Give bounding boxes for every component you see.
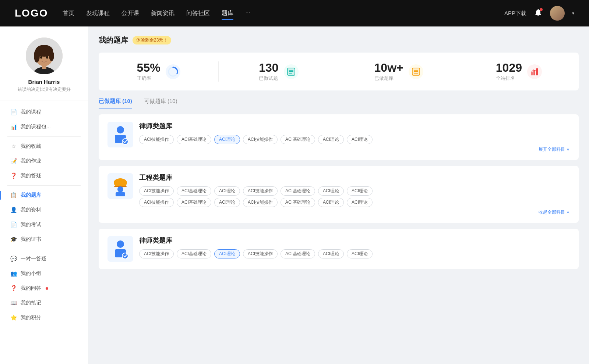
accuracy-label: 正确率 bbox=[137, 75, 161, 82]
eng-tag-6[interactable]: ACI理论 bbox=[318, 186, 344, 196]
l2-tag-6[interactable]: ACI理论 bbox=[318, 249, 344, 258]
done-questions-icon bbox=[284, 64, 299, 79]
eng-tag-8[interactable]: ACI技能操作 bbox=[139, 198, 174, 207]
eng-tag-12[interactable]: ACI基础理论 bbox=[281, 198, 315, 207]
groups-label: 我的小组 bbox=[21, 270, 41, 277]
user-name: Brian Harris bbox=[28, 79, 60, 85]
eng-tag-4[interactable]: ACI技能操作 bbox=[243, 186, 278, 196]
nav-home[interactable]: 首页 bbox=[63, 8, 74, 19]
svg-rect-20 bbox=[531, 72, 533, 75]
avatar[interactable] bbox=[550, 6, 565, 21]
tag-aci-theory-1[interactable]: ACI理论 bbox=[318, 135, 344, 144]
qbank-label: 我的题库 bbox=[21, 192, 41, 199]
sidebar-item-my-qa[interactable]: ❓ 我的问答 bbox=[0, 281, 88, 296]
eng-tag-13[interactable]: ACI理论 bbox=[318, 198, 344, 207]
sidebar-item-one-on-one[interactable]: 💬 一对一答疑 bbox=[0, 251, 88, 266]
tag-aci-theory-active[interactable]: ACI理论 bbox=[214, 135, 240, 144]
eng-tag-10[interactable]: ACI理论 bbox=[214, 198, 240, 207]
nav-qa[interactable]: 问答社区 bbox=[186, 8, 210, 19]
qbank-card-lawyer-1: 律师类题库 ACI技能操作 ACI基础理论 ACI理论 ACI技能操作 ACI基… bbox=[99, 114, 579, 160]
course-package-icon: 📊 bbox=[10, 124, 17, 130]
engineer-bank-icon-wrap bbox=[107, 173, 133, 199]
nav-news[interactable]: 新闻资讯 bbox=[151, 8, 174, 19]
l2-tag-1[interactable]: ACI技能操作 bbox=[139, 249, 174, 258]
nav-discover[interactable]: 发现课程 bbox=[86, 8, 110, 19]
eng-tag-5[interactable]: ACI基础理论 bbox=[281, 186, 315, 196]
tab-done-banks[interactable]: 已做题库 (10) bbox=[99, 98, 132, 108]
done-questions-value: 130 bbox=[259, 61, 278, 74]
qa-notification-dot bbox=[46, 287, 48, 290]
l2-tag-active[interactable]: ACI理论 bbox=[214, 249, 240, 258]
nav-more[interactable]: ··· bbox=[245, 8, 250, 19]
expand-link-lawyer-1[interactable]: 展开全部科目 ∨ bbox=[139, 146, 570, 153]
points-icon: ⭐ bbox=[10, 314, 17, 321]
l2-tag-5[interactable]: ACI基础理论 bbox=[281, 249, 315, 258]
qbank-card-engineer: 工程类题库 ACI技能操作 ACI基础理论 ACI理论 ACI技能操作 ACI基… bbox=[99, 166, 579, 223]
sidebar-item-qbank[interactable]: 📋 我的题库 bbox=[0, 188, 88, 203]
collapse-link-engineer[interactable]: 收起全部科目 ∧ bbox=[139, 209, 570, 215]
sidebar-item-exams[interactable]: 📄 我的考试 bbox=[0, 217, 88, 232]
eng-tag-9[interactable]: ACI基础理论 bbox=[177, 198, 211, 207]
lawyer-tags-row-2: ACI技能操作 ACI基础理论 ACI理论 ACI技能操作 ACI基础理论 AC… bbox=[139, 249, 570, 258]
tag-aci-basic-1[interactable]: ACI基础理论 bbox=[177, 135, 211, 144]
tag-aci-skill-2[interactable]: ACI技能操作 bbox=[243, 135, 278, 144]
tab-available-banks[interactable]: 可做题库 (10) bbox=[144, 98, 177, 108]
divider-1 bbox=[7, 136, 81, 137]
sidebar-item-course-package[interactable]: 📊 我的课程包... bbox=[0, 119, 88, 134]
tag-aci-basic-2[interactable]: ACI基础理论 bbox=[281, 135, 315, 144]
eng-tag-14[interactable]: ACI理论 bbox=[347, 198, 373, 207]
sidebar-item-groups[interactable]: 👥 我的小组 bbox=[0, 266, 88, 281]
svg-rect-32 bbox=[116, 192, 125, 196]
navbar: LOGO 首页 发现课程 公开课 新闻资讯 问答社区 题库 ··· APP下载 … bbox=[0, 0, 589, 26]
svg-point-6 bbox=[49, 51, 54, 61]
done-questions-label: 已做试题 bbox=[259, 75, 278, 82]
done-banks-icon bbox=[409, 64, 423, 79]
one-on-one-icon: 💬 bbox=[10, 256, 17, 262]
l2-tag-7[interactable]: ACI理论 bbox=[347, 249, 373, 258]
certificates-icon: 🎓 bbox=[10, 236, 17, 243]
lawyer-icon-2 bbox=[111, 239, 130, 259]
my-qa-label: 我的问答 bbox=[21, 285, 41, 292]
stat-ranking: 1029 全站排名 bbox=[459, 61, 579, 82]
sidebar-item-notes[interactable]: 📖 我的笔记 bbox=[0, 296, 88, 310]
eng-tag-11[interactable]: ACI技能操作 bbox=[243, 198, 278, 207]
engineer-tags-row-2: ACI技能操作 ACI基础理论 ACI理论 ACI技能操作 ACI基础理论 AC… bbox=[139, 198, 570, 207]
eng-tag-7[interactable]: ACI理论 bbox=[347, 186, 373, 196]
sidebar-item-favorites[interactable]: ☆ 我的收藏 bbox=[0, 139, 88, 154]
svg-point-8 bbox=[46, 56, 48, 59]
sidebar-item-questions[interactable]: ❓ 我的答疑 bbox=[0, 168, 88, 183]
tag-aci-theory-2[interactable]: ACI理论 bbox=[347, 135, 373, 144]
tabs-row: 已做题库 (10) 可做题库 (10) bbox=[99, 98, 579, 108]
ranking-value: 1029 bbox=[496, 61, 522, 74]
sidebar-item-certificates[interactable]: 🎓 我的证书 bbox=[0, 232, 88, 247]
one-on-one-label: 一对一答疑 bbox=[21, 256, 46, 262]
notes-icon: 📖 bbox=[10, 300, 17, 306]
svg-point-33 bbox=[117, 240, 124, 248]
eng-tag-2[interactable]: ACI基础理论 bbox=[177, 186, 211, 196]
trial-badge: 体验剩余23天！ bbox=[133, 36, 171, 44]
main-layout: Brian Harris 错误的决定比没有决定要好 📄 我的课程 📊 我的课程包… bbox=[0, 26, 589, 364]
svg-point-24 bbox=[117, 126, 124, 133]
stat-done-questions: 130 已做试题 bbox=[219, 61, 339, 82]
profile-icon: 👤 bbox=[10, 207, 17, 213]
eng-tag-3[interactable]: ACI理论 bbox=[214, 186, 240, 196]
lawyer-bank-icon-wrap-2 bbox=[107, 236, 133, 262]
tag-aci-skill-1[interactable]: ACI技能操作 bbox=[139, 135, 174, 144]
favorites-icon: ☆ bbox=[10, 143, 17, 150]
nav-open-course[interactable]: 公开课 bbox=[121, 8, 139, 19]
exams-label: 我的考试 bbox=[21, 221, 41, 228]
courses-icon: 📄 bbox=[10, 109, 17, 115]
eng-tag-1[interactable]: ACI技能操作 bbox=[139, 186, 174, 196]
l2-tag-4[interactable]: ACI技能操作 bbox=[243, 249, 278, 258]
svg-point-23 bbox=[537, 68, 538, 69]
sidebar-item-homework[interactable]: 📝 我的作业 bbox=[0, 154, 88, 168]
engineer-bank-title: 工程类题库 bbox=[139, 173, 570, 182]
sidebar-item-points[interactable]: ⭐ 我的积分 bbox=[0, 310, 88, 325]
notification-bell[interactable] bbox=[534, 8, 543, 18]
nav-qbank[interactable]: 题库 bbox=[222, 8, 233, 19]
app-download-button[interactable]: APP下载 bbox=[504, 10, 526, 17]
sidebar-item-courses[interactable]: 📄 我的课程 bbox=[0, 105, 88, 119]
avatar-dropdown-icon[interactable]: ▾ bbox=[572, 11, 574, 16]
l2-tag-2[interactable]: ACI基础理论 bbox=[177, 249, 211, 258]
sidebar-item-profile[interactable]: 👤 我的资料 bbox=[0, 203, 88, 217]
